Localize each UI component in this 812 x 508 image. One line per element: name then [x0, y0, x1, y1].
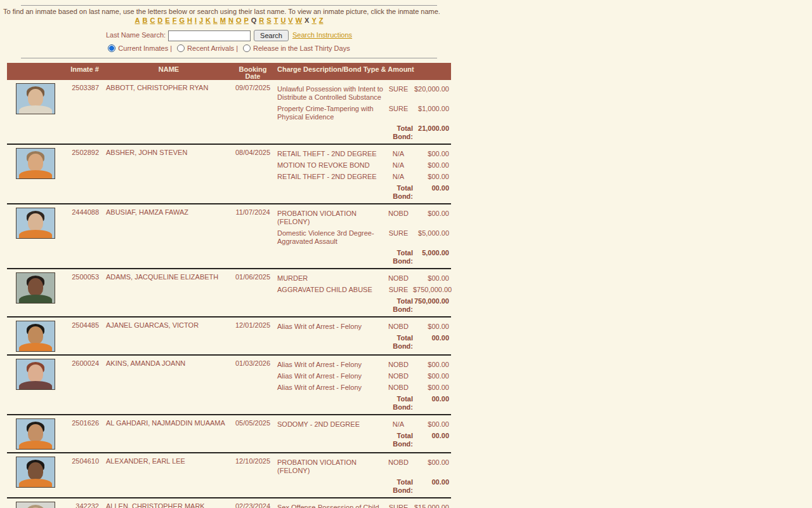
inmate-name-link[interactable]: AJANEL GUARCAS, VICTOR	[106, 321, 199, 329]
bond-amount: $00.00	[413, 323, 451, 331]
charge-description: Unlawful Possession with Intent to Distr…	[277, 85, 384, 102]
letter-link-P[interactable]: P	[244, 17, 248, 24]
letter-link-M[interactable]: M	[220, 17, 226, 24]
inmate-photo[interactable]	[16, 502, 55, 508]
charge-line: Alias Writ of Arrest - Felony NOBD $00.0…	[270, 384, 451, 392]
inmate-photo[interactable]	[16, 457, 55, 488]
bond-type: NOBD	[384, 210, 413, 226]
inmate-photo[interactable]	[16, 359, 55, 390]
charge-line: RETAIL THEFT - 2ND DEGREE N/A $00.00	[270, 173, 451, 181]
letter-link-H[interactable]: H	[187, 17, 192, 24]
photo-face	[28, 462, 43, 480]
inmate-name-link[interactable]: ALLEN, CHRISTOPHER MARK	[106, 502, 205, 508]
total-bond-line: Total Bond: 00.00	[270, 184, 451, 201]
charge-description: PROBATION VIOLATION (FELONY)	[277, 458, 384, 475]
inmate-number: 2504610	[67, 455, 102, 495]
charge-line: Domestic Violence 3rd Degree-Aggravated …	[270, 229, 451, 246]
letter-link-L[interactable]: L	[213, 17, 218, 24]
bond-type: N/A	[384, 161, 413, 170]
name-cell: AKINS, AMANDA JOANN	[102, 357, 235, 411]
bond-type: N/A	[384, 420, 413, 429]
photo-face	[28, 424, 43, 442]
letter-link-K[interactable]: K	[206, 17, 211, 24]
charge-description: RETAIL THEFT - 2ND DEGREE	[277, 173, 384, 181]
inmate-photo[interactable]	[16, 148, 55, 179]
radio-unselected-icon[interactable]	[177, 44, 185, 52]
radio-selected-icon[interactable]	[108, 44, 115, 52]
inmate-photo[interactable]	[16, 418, 55, 450]
inmate-photo[interactable]	[16, 272, 55, 304]
photo-shoulders	[19, 441, 52, 450]
inmate-name-link[interactable]: AKINS, AMANDA JOANN	[106, 359, 185, 367]
bond-type: NOBD	[384, 384, 413, 392]
letter-link-S[interactable]: S	[266, 17, 271, 24]
photo-shoulders	[19, 343, 52, 352]
letter-link-Y[interactable]: Y	[311, 17, 316, 24]
inmate-photo[interactable]	[16, 83, 55, 114]
letter-link-A[interactable]: A	[134, 17, 140, 24]
total-bond-label: Total Bond:	[386, 334, 413, 351]
charge-line: MURDER NOBD $00.00	[270, 274, 451, 283]
inmate-number: 2501626	[67, 417, 102, 450]
letter-link-W[interactable]: W	[296, 17, 302, 24]
letter-link-F[interactable]: F	[173, 17, 177, 24]
inmate-table: Inmate # NAME Booking Date Charge Descri…	[7, 63, 451, 508]
letter-link-B[interactable]: B	[142, 17, 147, 24]
letter-link-G[interactable]: G	[179, 17, 185, 24]
inmate-name-link[interactable]: ALEXANDER, EARL LEE	[106, 457, 185, 465]
bond-type: NOBD	[384, 458, 413, 475]
letter-link-C[interactable]: C	[150, 17, 155, 24]
inmate-photo[interactable]	[16, 321, 55, 352]
inmate-photo[interactable]	[16, 208, 55, 239]
charges-cell: MURDER NOBD $00.00 AGGRAVATED CHILD ABUS…	[270, 271, 451, 314]
letter-link-R[interactable]: R	[259, 17, 264, 24]
charges-cell: SODOMY - 2ND DEGREE N/A $00.00 Total Bon…	[270, 417, 451, 450]
instructions-text: To find an inmate based on last name, us…	[3, 8, 451, 16]
header-inmate-number: Inmate #	[67, 63, 102, 80]
bond-amount: $00.00	[413, 420, 451, 429]
inmate-number: 2500053	[67, 271, 102, 314]
name-cell: ALLEN, CHRISTOPHER MARK	[102, 500, 235, 508]
photo-cell	[7, 206, 67, 265]
charges-cell: Alias Writ of Arrest - Felony NOBD $00.0…	[270, 357, 451, 411]
letter-link-N[interactable]: N	[228, 17, 233, 24]
bond-type: NOBD	[384, 323, 413, 331]
charge-description: PROBATION VIOLATION (FELONY)	[277, 210, 384, 226]
letter-link-V[interactable]: V	[288, 17, 292, 24]
letter-link-U[interactable]: U	[280, 17, 285, 24]
charge-description: AGGRAVATED CHILD ABUSE	[277, 286, 384, 294]
photo-cell	[7, 357, 67, 411]
bond-type: N/A	[384, 150, 413, 158]
charge-line: RETAIL THEFT - 2ND DEGREE N/A $00.00	[270, 150, 451, 158]
inmate-roster-page: To find an inmate based on last name, us…	[7, 0, 451, 508]
total-bond-label: Total Bond:	[386, 478, 413, 495]
last-name-search-input[interactable]	[168, 30, 251, 41]
letter-link-E[interactable]: E	[165, 17, 169, 24]
total-bond-amount: 00.00	[413, 334, 451, 351]
inmate-name-link[interactable]: ABBOTT, CHRISTOPHER RYAN	[106, 84, 208, 91]
inmate-number: 2504485	[67, 319, 102, 352]
inmate-name-link[interactable]: ADAMS, JACQUELINE ELIZABETH	[106, 273, 218, 281]
letter-link-O[interactable]: O	[236, 17, 242, 24]
search-instructions-link[interactable]: Search Instructions	[292, 31, 352, 39]
letter-link-I[interactable]: I	[195, 17, 197, 24]
inmate-name-link[interactable]: ABSHER, JOHN STEVEN	[106, 149, 187, 156]
charge-description: Alias Writ of Arrest - Felony	[277, 384, 384, 392]
radio-unselected-icon[interactable]	[243, 44, 251, 52]
table-body: 2503387 ABBOTT, CHRISTOPHER RYAN 09/07/2…	[7, 80, 451, 508]
inmate-name-link[interactable]: ABUSIAF, HAMZA FAWAZ	[106, 208, 188, 216]
inmate-number: 2502892	[67, 146, 102, 201]
photo-shoulders	[19, 170, 52, 179]
letter-link-D[interactable]: D	[157, 17, 162, 24]
letter-link-J[interactable]: J	[199, 17, 203, 24]
charges-cell: Unlawful Possession with Intent to Distr…	[270, 81, 451, 141]
inmate-name-link[interactable]: AL GAHDARI, NAJMADDIN MUAAMA	[106, 419, 225, 427]
search-button[interactable]: Search	[254, 30, 289, 41]
photo-shoulders	[19, 105, 52, 114]
letter-link-T[interactable]: T	[274, 17, 278, 24]
charge-description: MURDER	[277, 274, 384, 283]
booking-date: 09/07/2025	[235, 81, 270, 141]
letter-link-Z[interactable]: Z	[319, 17, 324, 24]
total-bond-line: Total Bond: 00.00	[270, 395, 451, 411]
total-bond-label: Total Bond:	[386, 249, 413, 265]
